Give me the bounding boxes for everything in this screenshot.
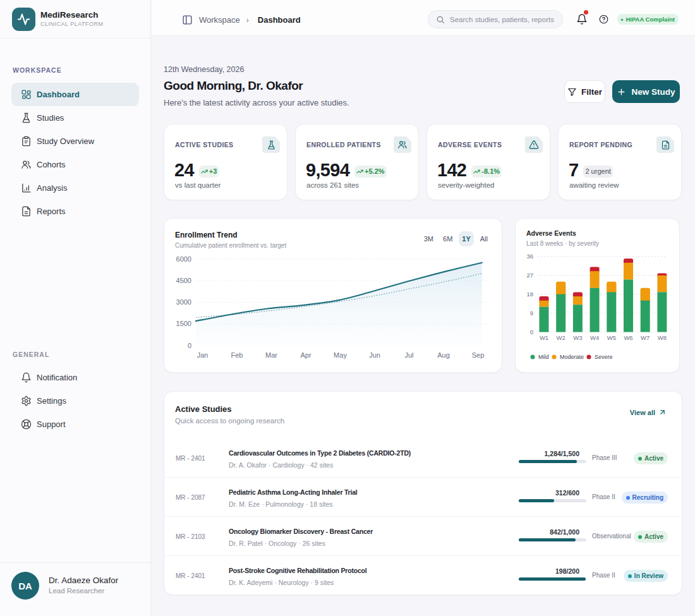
svg-text:W7: W7 — [641, 334, 650, 341]
svg-text:Feb: Feb — [231, 351, 243, 359]
svg-text:W4: W4 — [590, 334, 599, 341]
svg-text:Aug: Aug — [437, 351, 450, 359]
svg-text:W1: W1 — [540, 334, 548, 341]
svg-text:Mar: Mar — [265, 351, 277, 359]
svg-text:Apr: Apr — [300, 351, 311, 359]
svg-text:18: 18 — [526, 291, 533, 298]
svg-text:4500: 4500 — [176, 277, 191, 284]
svg-text:Jul: Jul — [404, 351, 413, 359]
svg-text:Moderate: Moderate — [560, 354, 584, 360]
svg-text:W2: W2 — [557, 334, 565, 341]
svg-text:Jun: Jun — [369, 351, 380, 359]
svg-text:W5: W5 — [607, 334, 616, 341]
svg-text:36: 36 — [526, 253, 533, 260]
svg-text:May: May — [334, 351, 347, 359]
svg-text:1500: 1500 — [176, 320, 191, 327]
svg-text:Severe: Severe — [595, 354, 613, 360]
svg-text:Sep: Sep — [472, 351, 485, 359]
svg-text:9: 9 — [530, 310, 533, 317]
svg-text:0: 0 — [530, 329, 533, 335]
svg-text:3000: 3000 — [176, 298, 191, 306]
svg-text:W8: W8 — [658, 334, 667, 341]
svg-text:Jan: Jan — [197, 351, 208, 359]
svg-text:6000: 6000 — [176, 255, 191, 263]
svg-text:W6: W6 — [624, 334, 632, 341]
svg-text:Mild: Mild — [538, 354, 549, 360]
svg-text:W3: W3 — [573, 334, 582, 341]
svg-text:0: 0 — [188, 342, 191, 349]
svg-text:27: 27 — [526, 272, 533, 279]
